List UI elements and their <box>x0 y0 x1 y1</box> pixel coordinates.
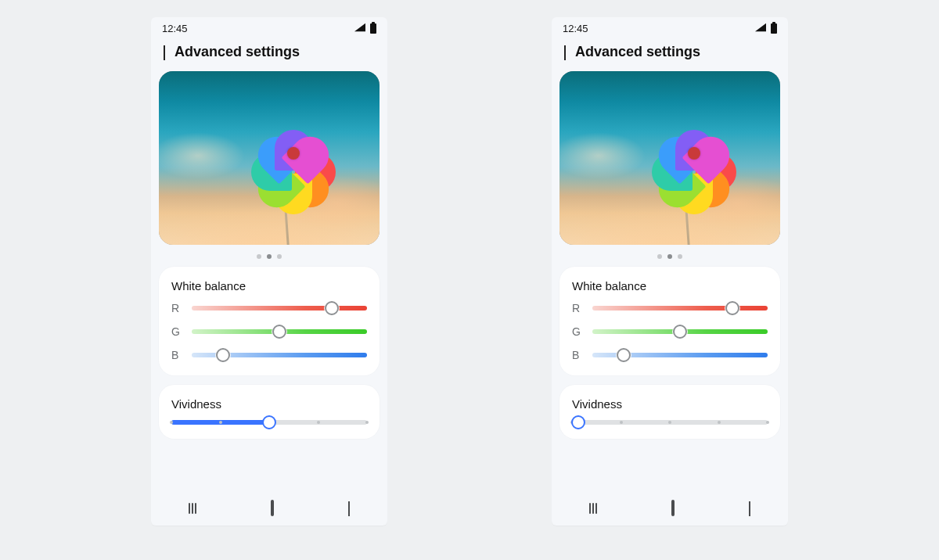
signal-icon <box>354 23 365 34</box>
white-balance-title: White balance <box>171 279 367 293</box>
signal-icon <box>755 23 766 34</box>
vividness-tick <box>219 421 222 424</box>
nav-bar <box>151 491 387 526</box>
white-balance-row-b: B <box>572 349 768 361</box>
battery-icon <box>771 23 777 34</box>
pager-dots <box>559 245 780 267</box>
pinwheel-icon <box>250 109 337 197</box>
nav-recents-button[interactable] <box>589 503 597 514</box>
page-header: Advanced settings <box>552 39 788 71</box>
preview-image[interactable] <box>559 71 780 245</box>
slider-thumb[interactable] <box>272 325 286 339</box>
white-balance-r-slider[interactable] <box>192 306 367 311</box>
vividness-card: Vividness <box>559 385 780 439</box>
white-balance-b-slider[interactable] <box>192 353 367 357</box>
white-balance-r-label: R <box>572 302 583 314</box>
vividness-tick <box>718 421 721 424</box>
white-balance-row-b: B <box>171 349 367 361</box>
nav-recents-button[interactable] <box>189 503 196 514</box>
pager-dot[interactable] <box>257 254 261 259</box>
vividness-tick <box>668 421 671 424</box>
nav-home-button[interactable] <box>671 501 675 515</box>
page-title: Advanced settings <box>174 44 300 60</box>
nav-bar <box>552 491 788 526</box>
vividness-card: Vividness <box>159 385 380 439</box>
white-balance-card: White balance R G B <box>159 267 380 375</box>
nav-back-button[interactable] <box>348 501 350 515</box>
phone-screen-0: 12:45 Advanced settings White bal <box>151 17 387 526</box>
chevron-left-icon <box>164 45 165 60</box>
vividness-slider[interactable] <box>572 420 768 425</box>
vividness-slider[interactable] <box>171 420 367 425</box>
slider-thumb[interactable] <box>617 348 631 362</box>
white-balance-row-r: R <box>171 302 367 314</box>
status-bar: 12:45 <box>552 17 788 39</box>
pager-dot[interactable] <box>667 254 672 259</box>
white-balance-b-label: B <box>171 349 182 361</box>
white-balance-g-label: G <box>572 325 583 338</box>
slider-thumb[interactable] <box>673 325 687 339</box>
vividness-tick <box>170 421 173 424</box>
white-balance-g-label: G <box>171 325 182 338</box>
slider-thumb[interactable] <box>325 301 339 315</box>
white-balance-card: White balance R G B <box>559 267 780 375</box>
white-balance-row-g: G <box>572 325 768 338</box>
vividness-tick <box>620 421 623 424</box>
vividness-tick <box>766 421 769 424</box>
white-balance-row-g: G <box>171 325 367 338</box>
pager-dot[interactable] <box>657 254 662 259</box>
vividness-tick <box>365 421 369 424</box>
white-balance-r-slider[interactable] <box>592 306 768 311</box>
nav-back-button[interactable] <box>749 501 750 515</box>
white-balance-b-label: B <box>572 349 583 361</box>
page-title: Advanced settings <box>575 44 700 60</box>
comparison-stage: 12:45 Advanced settings White bal <box>0 0 939 526</box>
status-time: 12:45 <box>162 23 188 34</box>
slider-thumb[interactable] <box>262 415 276 429</box>
back-button[interactable] <box>164 45 165 59</box>
white-balance-r-label: R <box>171 302 182 314</box>
pinwheel-icon <box>650 109 738 197</box>
white-balance-b-slider[interactable] <box>592 353 768 357</box>
white-balance-g-slider[interactable] <box>192 329 367 334</box>
slider-thumb[interactable] <box>725 301 739 315</box>
nav-home-button[interactable] <box>271 501 274 515</box>
pager-dots <box>159 245 380 267</box>
slider-thumb[interactable] <box>571 415 585 429</box>
vividness-title: Vividness <box>171 397 367 411</box>
battery-icon <box>370 23 376 34</box>
pager-dot[interactable] <box>277 254 282 259</box>
pager-dot[interactable] <box>678 254 682 259</box>
vividness-title: Vividness <box>572 397 768 411</box>
white-balance-title: White balance <box>572 279 768 293</box>
vividness-tick <box>317 421 320 424</box>
status-bar: 12:45 <box>151 17 387 39</box>
page-header: Advanced settings <box>151 39 387 71</box>
white-balance-row-r: R <box>572 302 768 314</box>
preview-image[interactable] <box>159 71 380 245</box>
pager-dot[interactable] <box>267 254 272 259</box>
back-button[interactable] <box>564 45 566 59</box>
phone-screen-1: 12:45 Advanced settings White bal <box>552 17 788 526</box>
status-time: 12:45 <box>563 23 588 34</box>
white-balance-g-slider[interactable] <box>592 329 768 334</box>
chevron-left-icon <box>564 45 566 60</box>
slider-thumb[interactable] <box>216 348 230 362</box>
